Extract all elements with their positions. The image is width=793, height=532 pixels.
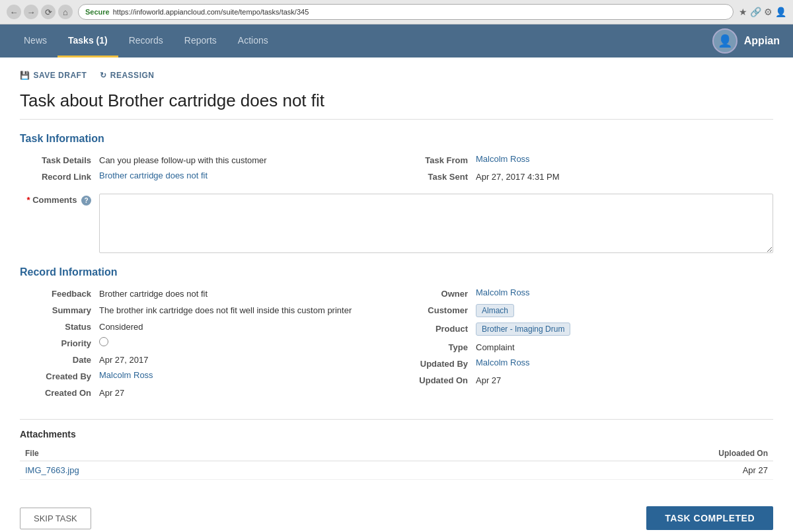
record-information-header: Record Information — [20, 266, 773, 278]
summary-row: Summary The brother ink cartridge does n… — [20, 304, 397, 315]
customer-label: Customer — [397, 304, 476, 315]
record-link-label: Record Link — [20, 171, 99, 182]
record-information-section: Record Information Feedback Brother cart… — [20, 266, 773, 403]
browser-toolbar-icons: ★ 🔗 ⚙ 👤 — [739, 7, 786, 17]
attachments-title: Attachments — [20, 429, 773, 439]
product-label: Product — [397, 323, 476, 334]
updated-on-label: Updated On — [397, 374, 476, 385]
date-row: Date Apr 27, 2017 — [20, 354, 397, 365]
created-by-row: Created By Malcolm Ross — [20, 370, 397, 381]
save-draft-icon: 💾 — [20, 71, 30, 80]
record-link-row: Record Link Brother cartridge does not f… — [20, 171, 397, 182]
updated-by-row: Updated By Malcolm Ross — [397, 358, 773, 369]
attachment-uploaded-on: Apr 27 — [410, 461, 773, 480]
customer-tag[interactable]: Almach — [476, 304, 514, 317]
record-info-right: Owner Malcolm Ross Customer Almach Produ… — [397, 287, 773, 403]
created-on-value: Apr 27 — [99, 387, 124, 398]
task-sent-label: Task Sent — [397, 171, 476, 182]
date-label: Date — [20, 354, 99, 365]
address-bar[interactable]: Secure https://infoworld.appiancloud.com… — [78, 4, 734, 20]
updated-on-value: Apr 27 — [476, 374, 501, 385]
task-from-value[interactable]: Malcolm Ross — [476, 154, 530, 164]
task-sent-row: Task Sent Apr 27, 2017 4:31 PM — [397, 171, 773, 182]
col-file-header: File — [20, 446, 410, 461]
toolbar: 💾 SAVE DRAFT ↻ REASSIGN — [20, 71, 773, 80]
home-button[interactable]: ⌂ — [58, 5, 73, 19]
bottom-bar: SKIP TASK TASK COMPLETED — [20, 500, 773, 530]
task-information-section: Task Information Task Details Can you pl… — [20, 133, 773, 253]
attachments-table: File Uploaded On IMG_7663.jpgApr 27 — [20, 446, 773, 480]
owner-row: Owner Malcolm Ross — [397, 287, 773, 299]
task-information-header: Task Information — [20, 133, 773, 145]
product-row: Product Brother - Imaging Drum — [397, 323, 773, 336]
save-draft-label: SAVE DRAFT — [34, 71, 87, 80]
task-info-columns: Task Details Can you please follow-up wi… — [20, 154, 773, 187]
type-label: Type — [397, 341, 476, 352]
product-tag[interactable]: Brother - Imaging Drum — [476, 323, 570, 336]
attachments-table-header: File Uploaded On — [20, 446, 773, 461]
created-on-label: Created On — [20, 387, 99, 398]
status-value: Considered — [99, 321, 143, 332]
comments-help-icon[interactable]: ? — [81, 196, 91, 206]
comments-textarea[interactable] — [99, 194, 773, 253]
task-details-value: Can you please follow-up with this custo… — [99, 154, 267, 165]
updated-by-value[interactable]: Malcolm Ross — [476, 358, 530, 367]
browser-nav-buttons[interactable]: ← → ⟳ ⌂ — [7, 5, 73, 19]
reassign-button[interactable]: ↻ REASSIGN — [100, 71, 154, 80]
updated-on-row: Updated On Apr 27 — [397, 374, 773, 385]
main-content: 💾 SAVE DRAFT ↻ REASSIGN Task about Broth… — [0, 57, 793, 532]
skip-task-button[interactable]: SKIP TASK — [20, 508, 91, 529]
priority-row: Priority — [20, 337, 397, 348]
reassign-icon: ↻ — [100, 71, 107, 80]
record-info-columns: Feedback Brother cartridge does not fit … — [20, 287, 773, 403]
feedback-label: Feedback — [20, 287, 99, 299]
type-row: Type Complaint — [397, 341, 773, 352]
type-value: Complaint — [476, 341, 515, 352]
task-from-label: Task From — [397, 154, 476, 165]
nav-item-news[interactable]: News — [13, 24, 57, 57]
task-info-right: Task From Malcolm Ross Task Sent Apr 27,… — [397, 154, 773, 187]
nav-item-actions[interactable]: Actions — [227, 24, 279, 57]
comments-label: Comments ? — [20, 194, 99, 206]
task-from-row: Task From Malcolm Ross — [397, 154, 773, 165]
avatar[interactable]: 👤 — [712, 28, 737, 54]
reassign-label: REASSIGN — [110, 71, 155, 80]
feedback-value: Brother cartridge does not fit — [99, 287, 208, 299]
record-link[interactable]: Brother cartridge does not fit — [99, 171, 208, 180]
logo-text: Appian — [744, 35, 780, 47]
priority-circle — [99, 337, 108, 346]
forward-button[interactable]: → — [24, 5, 38, 19]
nav-item-tasks[interactable]: Tasks (1) — [57, 24, 118, 57]
back-button[interactable]: ← — [7, 5, 21, 19]
date-value: Apr 27, 2017 — [99, 354, 148, 365]
attachments-table-body: IMG_7663.jpgApr 27 — [20, 461, 773, 480]
top-navigation: News Tasks (1) Records Reports Actions 👤… — [0, 24, 793, 57]
task-details-row: Task Details Can you please follow-up wi… — [20, 154, 397, 165]
updated-by-label: Updated By — [397, 358, 476, 369]
nav-item-records[interactable]: Records — [118, 24, 174, 57]
table-row: IMG_7663.jpgApr 27 — [20, 461, 773, 480]
col-uploaded-header: Uploaded On — [410, 446, 773, 461]
task-sent-value: Apr 27, 2017 4:31 PM — [476, 171, 559, 182]
nav-logo: 👤 Appian — [712, 28, 780, 54]
owner-label: Owner — [397, 287, 476, 299]
record-info-left: Feedback Brother cartridge does not fit … — [20, 287, 397, 403]
nav-item-reports[interactable]: Reports — [174, 24, 227, 57]
task-details-label: Task Details — [20, 154, 99, 165]
page-title: Task about Brother cartridge does not fi… — [20, 91, 773, 120]
created-by-label: Created By — [20, 370, 99, 381]
summary-label: Summary — [20, 304, 99, 315]
browser-chrome: ← → ⟳ ⌂ Secure https://infoworld.appianc… — [0, 0, 793, 24]
feedback-row: Feedback Brother cartridge does not fit — [20, 287, 397, 299]
attachments-section: Attachments File Uploaded On IMG_7663.jp… — [20, 419, 773, 480]
status-row: Status Considered — [20, 321, 397, 332]
created-by-value[interactable]: Malcolm Ross — [99, 370, 153, 380]
task-completed-button[interactable]: TASK COMPLETED — [646, 506, 773, 530]
priority-label: Priority — [20, 337, 99, 348]
url-text: https://infoworld.appiancloud.com/suite/… — [113, 8, 309, 16]
owner-value[interactable]: Malcolm Ross — [476, 287, 530, 297]
secure-badge: Secure — [85, 8, 110, 16]
attachment-file-name[interactable]: IMG_7663.jpg — [20, 461, 410, 480]
reload-button[interactable]: ⟳ — [41, 5, 56, 19]
save-draft-button[interactable]: 💾 SAVE DRAFT — [20, 71, 87, 80]
